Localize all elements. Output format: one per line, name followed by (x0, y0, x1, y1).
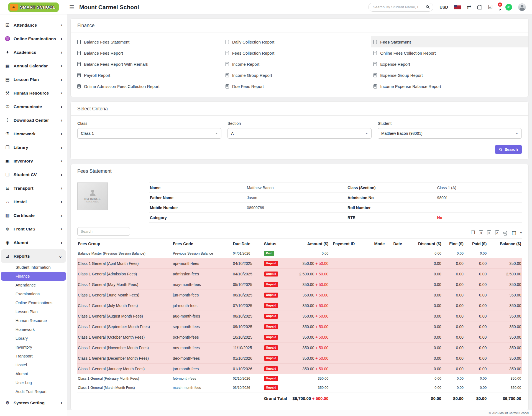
report-link-daily-collection-report[interactable]: Daily Collection Report (226, 36, 374, 47)
class-select[interactable]: Class 1 (77, 128, 221, 139)
excel-export-icon[interactable]: x (479, 230, 483, 235)
sidebar-item-student-cv[interactable]: ❏Student CV› (0, 168, 67, 181)
chat-badge: 0 (498, 2, 502, 7)
sidebar-item-front-cms[interactable]: ⊛Front CMS› (0, 222, 67, 236)
sidebar-item-system-setting[interactable]: ⚙ System Setting › (0, 396, 67, 410)
sidebar-subitem-hostel[interactable]: Hostel (0, 361, 67, 369)
cell-payment-id (331, 290, 372, 300)
sidebar-item-certificate[interactable]: ▥Certificate› (0, 209, 67, 222)
sidebar-subitem-transport[interactable]: Transport (0, 352, 67, 361)
chevron-right-icon: › (61, 90, 62, 96)
status-badge: Unpaid (264, 261, 278, 266)
chat-icon[interactable]: 0 (499, 5, 499, 10)
sidebar-subitem-alumni[interactable]: Alumni (0, 369, 67, 378)
sidebar-subitem-student-information[interactable]: Student Information (0, 263, 67, 272)
sidebar-item-attendance[interactable]: ☑Attendance› (0, 18, 67, 32)
sidebar-item-annual-calendar[interactable]: ▦Annual Calendar› (0, 59, 67, 73)
cell-balance: 350.00 (489, 374, 522, 383)
csv-export-icon[interactable]: ≡ (487, 230, 491, 235)
cell-amount: 350.00 + 50.00 (289, 343, 331, 353)
sidebar-item-communicate[interactable]: ✆Communicate› (0, 100, 67, 113)
whatsapp-icon[interactable]: ✆ (505, 4, 512, 11)
sidebar-subitem-online-examinations[interactable]: Online Examinations (0, 298, 67, 307)
sidebar-subitem-library[interactable]: Library (0, 334, 67, 343)
sidebar-item-download-center[interactable]: ⇩Download Center› (0, 113, 67, 127)
report-link-online-admission-fees-collection-report[interactable]: Online Admission Fees Collection Report (77, 81, 226, 92)
report-link-due-fees-report[interactable]: Due Fees Report (226, 81, 374, 92)
report-link-balance-fees-statement[interactable]: Balance Fees Statement (77, 36, 226, 47)
sidebar-item-online-examinations[interactable]: ♒Online Examinations› (0, 32, 67, 45)
report-link-income-report[interactable]: Income Report (226, 59, 374, 70)
user-avatar[interactable] (518, 3, 526, 11)
cell-discount: 0.00 (414, 364, 444, 374)
table-search-input[interactable] (77, 227, 130, 236)
section-select[interactable]: A (227, 128, 372, 139)
report-link-online-fees-collection-report[interactable]: Online Fees Collection Report (374, 47, 522, 59)
cell-fine: 0.00 (444, 279, 466, 290)
sidebar-subitem-examinations[interactable]: Examinations (0, 290, 67, 298)
language-flag-icon[interactable] (454, 5, 461, 9)
cell-mode (372, 258, 391, 269)
academics-icon: ✦ (4, 50, 11, 55)
task-check-icon[interactable]: ☑ (488, 4, 493, 10)
sidebar-subitem-inventory[interactable]: Inventory (0, 343, 67, 352)
front-cms-icon: ⊛ (4, 226, 11, 232)
calendar-icon[interactable] (477, 6, 482, 9)
app-logo[interactable]: ✒ SMART SCHOOL (0, 0, 67, 14)
report-link-expense-report[interactable]: Expense Report (374, 59, 522, 70)
columns-view-icon[interactable]: ◫ (511, 230, 516, 235)
cell-balance: 350.00 (489, 343, 522, 353)
print-icon[interactable] (503, 232, 507, 234)
status-badge: Unpaid (264, 324, 278, 329)
sidebar-subitem-human-resource[interactable]: Human Resource (0, 316, 67, 325)
table-header-discount: Discount ($) (414, 239, 444, 249)
report-link-income-group-report[interactable]: Income Group Report (226, 70, 374, 81)
currency-selector[interactable]: USD (439, 5, 448, 9)
sidebar-subitem-homework[interactable]: Homework (0, 325, 67, 334)
dropdown-caret-icon[interactable]: ▾ (520, 231, 522, 235)
student-search-input[interactable] (368, 3, 433, 12)
student-select[interactable]: Matthew Bacon (98001) (378, 128, 522, 139)
status-badge: Unpaid (264, 385, 278, 390)
file-icon (226, 73, 229, 77)
sidebar-item-hostel[interactable]: ⌂Hostel› (0, 195, 67, 209)
hamburger-menu-icon[interactable]: ☰ (69, 4, 74, 11)
sidebar-item-library[interactable]: ❐Library› (0, 141, 67, 154)
transport-icon: ⊟ (4, 186, 11, 191)
report-link-income-expense-balance-report[interactable]: Income Expense Balance Report (374, 81, 522, 92)
sidebar-item-homework[interactable]: ⚗Homework› (0, 127, 67, 141)
pdf-export-icon[interactable]: A (495, 230, 499, 235)
currency-exchange-icon[interactable]: ⇄ (467, 4, 471, 10)
report-link-expense-group-report[interactable]: Expense Group Report (374, 70, 522, 81)
sidebar-item-transport[interactable]: ⊟Transport› (0, 181, 67, 195)
info-label: Class (Section) (346, 183, 436, 193)
sidebar-subitem-audit-trail-report[interactable]: Audit Trail Report (0, 387, 67, 396)
cell-fees-group: Class 1 General (December Month Fees) (77, 353, 171, 364)
table-row: Class 1 General (February Month Fees)feb… (77, 374, 522, 383)
search-button[interactable]: Search (495, 145, 522, 154)
table-header-payment-id: Payment ID (331, 239, 372, 249)
cell-mode (372, 364, 391, 374)
cell-mode (372, 311, 391, 321)
sidebar-subitem-attendance[interactable]: Attendance (0, 281, 67, 290)
report-link-fees-statement[interactable]: Fees Statement (371, 36, 528, 47)
cell-balance: 350.00 (489, 364, 522, 374)
sidebar-item-academics[interactable]: ✦Academics› (0, 45, 67, 59)
file-icon (226, 62, 229, 66)
cell-payment-id (331, 311, 372, 321)
sidebar-item-inventory[interactable]: ▣Inventory› (0, 154, 67, 168)
copy-icon[interactable]: ❐ (471, 230, 475, 235)
sidebar-item-human-resource[interactable]: ⚒Human Resource› (0, 86, 67, 100)
file-icon (374, 40, 377, 44)
sidebar-item-lesson-plan[interactable]: ▤Lesson Plan› (0, 73, 67, 86)
search-icon[interactable] (426, 5, 430, 10)
sidebar-item-reports[interactable]: ⊿ Reports ⌄ (1, 249, 66, 263)
report-link-balance-fees-report[interactable]: Balance Fees Report (77, 47, 226, 59)
sidebar-subitem-lesson-plan[interactable]: Lesson Plan (0, 307, 67, 316)
report-link-payroll-report[interactable]: Payroll Report (77, 70, 226, 81)
sidebar-subitem-user-log[interactable]: User Log (0, 378, 67, 387)
report-link-fees-collection-report[interactable]: Fees Collection Report (226, 47, 374, 59)
sidebar-subitem-finance[interactable]: Finance (1, 272, 66, 281)
sidebar-item-alumni[interactable]: ◉Alumni› (0, 236, 67, 249)
report-link-balance-fees-report-with-remark[interactable]: Balance Fees Report With Remark (77, 59, 226, 70)
